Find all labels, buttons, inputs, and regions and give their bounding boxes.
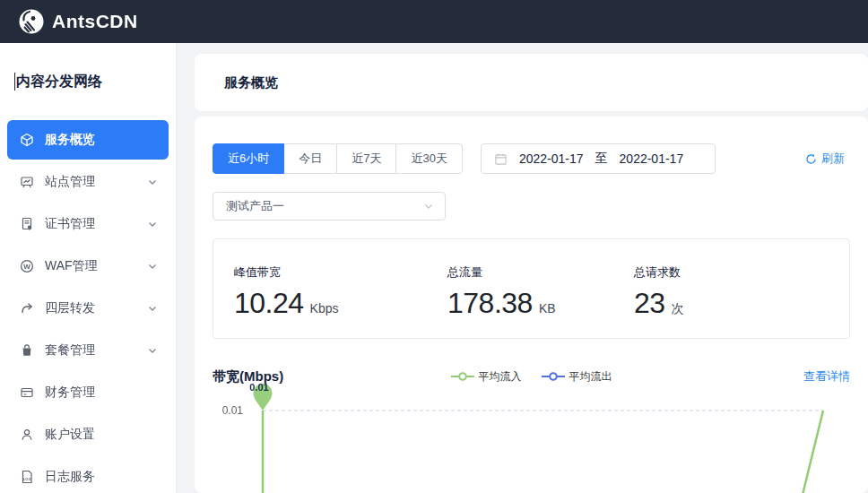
- sidebar-item-label: 四层转发: [45, 300, 147, 316]
- legend-symbol-outflow: [542, 372, 565, 381]
- sidebar-item-label: 套餐管理: [45, 342, 147, 359]
- waf-shield-icon: W: [20, 259, 34, 273]
- legend-symbol-inflow: [451, 372, 474, 381]
- ant-logo-icon: [16, 6, 47, 37]
- sidebar-item-service-overview[interactable]: 服务概览: [7, 120, 169, 160]
- tab-today[interactable]: 今日: [283, 143, 337, 174]
- site-board-icon: [20, 175, 34, 189]
- logo-text: AntsCDN: [52, 11, 138, 32]
- time-range-tabs: 近6小时 今日 近7天 近30天: [213, 143, 463, 174]
- sidebar-item-certificate-management[interactable]: 证书管理: [7, 204, 169, 244]
- page-title: 服务概览: [224, 74, 278, 91]
- svg-text:W: W: [23, 263, 30, 271]
- tab-last-6-hours[interactable]: 近6小时: [213, 143, 284, 174]
- main-content: 服务概览 近6小时 今日 近7天 近30天 2022-01-17 至 2022-…: [177, 43, 868, 493]
- svg-text:LOG: LOG: [23, 477, 31, 481]
- legend-label: 平均流出: [569, 369, 612, 385]
- sidebar-item-label: WAF管理: [45, 258, 147, 274]
- chart-header: 带宽(Mbps) 平均流入 平均流出 查看详情: [213, 366, 850, 387]
- date-end: 2022-01-17: [620, 151, 684, 166]
- app-header: AntsCDN: [0, 0, 868, 43]
- stat-unit: 次: [672, 301, 684, 317]
- chart-title: 带宽(Mbps): [213, 368, 283, 385]
- legend-item-avg-inflow[interactable]: 平均流入: [451, 369, 522, 385]
- stat-label: 总流量: [447, 264, 634, 281]
- chevron-down-icon: [147, 261, 158, 272]
- sidebar-item-label: 证书管理: [45, 216, 147, 232]
- sidebar-item-label: 财务管理: [45, 385, 158, 401]
- chevron-down-icon: [147, 345, 158, 356]
- stats-panel: 峰值带宽 10.24 Kbps 总流量 178.38 KB 总请求数 23 次: [213, 238, 850, 339]
- chevron-down-icon: [147, 303, 158, 314]
- logo[interactable]: AntsCDN: [16, 6, 138, 37]
- stat-label: 峰值带宽: [234, 264, 447, 281]
- stat-unit: Kbps: [310, 301, 339, 316]
- sidebar-item-log-service[interactable]: LOG 日志服务: [7, 457, 169, 493]
- overview-card: 近6小时 今日 近7天 近30天 2022-01-17 至 2022-01-17…: [195, 117, 868, 493]
- chart-legend: 平均流入 平均流出: [451, 369, 612, 385]
- chevron-down-icon: [147, 219, 158, 229]
- sidebar-item-label: 日志服务: [45, 469, 158, 485]
- finance-card-icon: [20, 385, 34, 400]
- chevron-down-icon: [147, 177, 158, 187]
- sidebar-nav: 服务概览 站点管理 证书管理 W WAF管理: [7, 120, 169, 493]
- inflow-line-right-rise: [802, 411, 823, 493]
- cube-icon: [20, 133, 34, 147]
- sidebar: 内容分发网络 服务概览 站点管理 证书管理: [0, 43, 177, 493]
- refresh-icon: [805, 153, 817, 165]
- product-select[interactable]: 测试产品一: [213, 192, 446, 221]
- refresh-button[interactable]: 刷新: [805, 151, 845, 167]
- chevron-down-icon: [423, 201, 434, 212]
- text-cursor: [14, 73, 15, 91]
- stat-total-traffic: 总流量 178.38 KB: [447, 264, 634, 338]
- stat-peak-bandwidth: 峰值带宽 10.24 Kbps: [234, 264, 447, 338]
- stat-value: 10.24: [234, 287, 304, 320]
- filter-row: 近6小时 今日 近7天 近30天 2022-01-17 至 2022-01-17…: [213, 143, 850, 174]
- date-start: 2022-01-17: [519, 151, 584, 166]
- sidebar-item-label: 账户设置: [45, 427, 158, 443]
- sidebar-item-label: 站点管理: [45, 174, 147, 190]
- stat-value: 178.38: [447, 287, 533, 320]
- sidebar-item-account-settings[interactable]: 账户设置: [7, 415, 169, 454]
- y-axis-tick: 0.01: [222, 404, 244, 417]
- stat-total-requests: 总请求数 23 次: [634, 264, 684, 338]
- sidebar-item-waf-management[interactable]: W WAF管理: [7, 246, 169, 286]
- view-details-link[interactable]: 查看详情: [803, 368, 850, 385]
- account-person-icon: [20, 428, 34, 442]
- sidebar-item-finance-management[interactable]: 财务管理: [7, 373, 169, 412]
- calendar-icon: [494, 152, 508, 166]
- page-header-card: 服务概览: [195, 54, 868, 111]
- bandwidth-chart: 0.01 0.01: [213, 389, 850, 493]
- sidebar-item-package-management[interactable]: 套餐管理: [7, 331, 169, 370]
- max-markpoint-label: 0.01: [249, 382, 268, 393]
- date-range-input[interactable]: 2022-01-17 至 2022-01-17: [481, 143, 716, 174]
- package-bag-icon: [20, 343, 34, 358]
- date-separator: 至: [595, 151, 608, 167]
- sidebar-title: 内容分发网络: [14, 70, 169, 93]
- tab-last-7-days[interactable]: 近7天: [336, 143, 396, 174]
- stat-label: 总请求数: [634, 264, 684, 281]
- sidebar-item-site-management[interactable]: 站点管理: [7, 162, 169, 202]
- legend-item-avg-outflow[interactable]: 平均流出: [542, 369, 612, 385]
- sidebar-item-label: 服务概览: [45, 132, 158, 148]
- product-select-value: 测试产品一: [226, 198, 423, 214]
- sidebar-item-layer4-forwarding[interactable]: 四层转发: [7, 289, 169, 328]
- stat-value: 23: [634, 287, 665, 320]
- forward-arrow-icon: [20, 301, 34, 316]
- stat-unit: KB: [539, 301, 556, 316]
- bandwidth-chart-canvas: 0.01 0.01: [213, 389, 850, 493]
- log-file-icon: LOG: [20, 470, 34, 484]
- legend-label: 平均流入: [479, 369, 522, 385]
- tab-last-30-days[interactable]: 近30天: [395, 143, 462, 174]
- certificate-icon: [20, 217, 34, 231]
- refresh-label: 刷新: [821, 151, 845, 167]
